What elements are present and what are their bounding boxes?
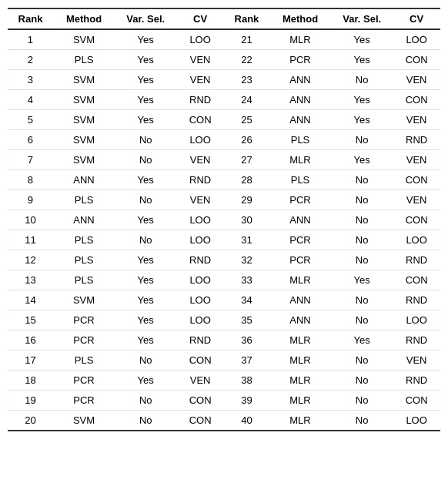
table-cell: No bbox=[331, 70, 393, 90]
table-cell: CON bbox=[176, 110, 224, 130]
table-cell: CON bbox=[393, 170, 440, 190]
header-method-right: Method bbox=[269, 8, 331, 29]
table-cell: Yes bbox=[115, 90, 176, 110]
table-cell: SVM bbox=[53, 110, 115, 130]
table-cell: RND bbox=[176, 90, 224, 110]
table-cell: PCR bbox=[53, 310, 115, 330]
table-cell: No bbox=[115, 350, 176, 371]
table-cell: No bbox=[115, 190, 176, 210]
table-cell: PCR bbox=[269, 230, 331, 250]
table-cell: No bbox=[115, 230, 176, 250]
table-cell: VEN bbox=[176, 150, 224, 170]
table-cell: No bbox=[331, 230, 393, 250]
table-cell: RND bbox=[393, 290, 440, 310]
table-cell: 10 bbox=[8, 210, 53, 230]
table-cell: 37 bbox=[224, 350, 269, 371]
table-cell: SVM bbox=[53, 290, 115, 310]
table-cell: MLR bbox=[269, 270, 331, 290]
table-cell: VEN bbox=[176, 70, 224, 90]
table-cell: Yes bbox=[331, 29, 393, 50]
table-row: 11PLSNoLOO31PCRNoLOO bbox=[8, 230, 440, 250]
table-cell: Yes bbox=[115, 371, 176, 391]
table-cell: CON bbox=[393, 90, 440, 110]
table-cell: Yes bbox=[115, 250, 176, 270]
table-cell: ANN bbox=[53, 170, 115, 190]
table-cell: LOO bbox=[393, 411, 440, 431]
table-row: 3SVMYesVEN23ANNNoVEN bbox=[8, 70, 440, 90]
table-cell: VEN bbox=[176, 371, 224, 391]
table-row: 7SVMNoVEN27MLRYesVEN bbox=[8, 150, 440, 170]
table-cell: VEN bbox=[393, 70, 440, 90]
table-cell: 19 bbox=[8, 391, 53, 411]
table-cell: CON bbox=[393, 270, 440, 290]
table-cell: CON bbox=[393, 210, 440, 230]
table-cell: VEN bbox=[393, 190, 440, 210]
table-cell: Yes bbox=[115, 170, 176, 190]
table-cell: PCR bbox=[269, 250, 331, 270]
table-cell: MLR bbox=[269, 371, 331, 391]
table-cell: Yes bbox=[115, 310, 176, 330]
table-cell: 20 bbox=[8, 411, 53, 431]
table-cell: PLS bbox=[269, 130, 331, 150]
table-cell: 35 bbox=[224, 310, 269, 330]
table-cell: 12 bbox=[8, 250, 53, 270]
table-cell: VEN bbox=[393, 150, 440, 170]
table-cell: ANN bbox=[269, 290, 331, 310]
table-cell: Yes bbox=[115, 270, 176, 290]
table-cell: ANN bbox=[269, 90, 331, 110]
table-cell: Yes bbox=[115, 50, 176, 70]
table-row: 2PLSYesVEN22PCRYesCON bbox=[8, 50, 440, 70]
table-cell: No bbox=[331, 391, 393, 411]
table-cell: 7 bbox=[8, 150, 53, 170]
table-cell: SVM bbox=[53, 29, 115, 50]
table-cell: 36 bbox=[224, 330, 269, 350]
table-cell: 17 bbox=[8, 350, 53, 371]
table-row: 18PCRYesVEN38MLRNoRND bbox=[8, 371, 440, 391]
table-cell: VEN bbox=[176, 50, 224, 70]
table-row: 19PCRNoCON39MLRNoCON bbox=[8, 391, 440, 411]
header-method-left: Method bbox=[53, 8, 115, 29]
table-cell: VEN bbox=[393, 350, 440, 371]
table-cell: VEN bbox=[393, 110, 440, 130]
table-cell: 13 bbox=[8, 270, 53, 290]
table-cell: 15 bbox=[8, 310, 53, 330]
table-row: 13PLSYesLOO33MLRYesCON bbox=[8, 270, 440, 290]
table-cell: 14 bbox=[8, 290, 53, 310]
table-cell: 9 bbox=[8, 190, 53, 210]
header-varsel-left: Var. Sel. bbox=[115, 8, 176, 29]
table-cell: No bbox=[331, 290, 393, 310]
table-cell: MLR bbox=[269, 391, 331, 411]
table-cell: MLR bbox=[269, 350, 331, 371]
table-cell: MLR bbox=[269, 150, 331, 170]
table-cell: PLS bbox=[269, 170, 331, 190]
table-cell: No bbox=[331, 210, 393, 230]
table-cell: No bbox=[115, 150, 176, 170]
table-cell: SVM bbox=[53, 130, 115, 150]
table-cell: Yes bbox=[115, 210, 176, 230]
table-row: 14SVMYesLOO34ANNNoRND bbox=[8, 290, 440, 310]
table-cell: Yes bbox=[115, 290, 176, 310]
table-cell: LOO bbox=[393, 29, 440, 50]
table-cell: LOO bbox=[176, 310, 224, 330]
table-cell: PCR bbox=[269, 190, 331, 210]
table-cell: PCR bbox=[53, 371, 115, 391]
table-cell: Yes bbox=[331, 50, 393, 70]
table-row: 4SVMYesRND24ANNYesCON bbox=[8, 90, 440, 110]
table-cell: CON bbox=[393, 391, 440, 411]
table-cell: RND bbox=[176, 330, 224, 350]
table-cell: 25 bbox=[224, 110, 269, 130]
table-cell: Yes bbox=[331, 150, 393, 170]
table-cell: MLR bbox=[269, 29, 331, 50]
table-cell: ANN bbox=[269, 310, 331, 330]
table-cell: PLS bbox=[53, 230, 115, 250]
header-varsel-right: Var. Sel. bbox=[331, 8, 393, 29]
table-cell: CON bbox=[393, 50, 440, 70]
table-cell: No bbox=[115, 411, 176, 431]
header-rank-left: Rank bbox=[8, 8, 53, 29]
table-cell: VEN bbox=[176, 190, 224, 210]
table-cell: CON bbox=[176, 391, 224, 411]
table-cell: RND bbox=[393, 250, 440, 270]
table-cell: 29 bbox=[224, 190, 269, 210]
table-cell: 30 bbox=[224, 210, 269, 230]
table-cell: SVM bbox=[53, 70, 115, 90]
